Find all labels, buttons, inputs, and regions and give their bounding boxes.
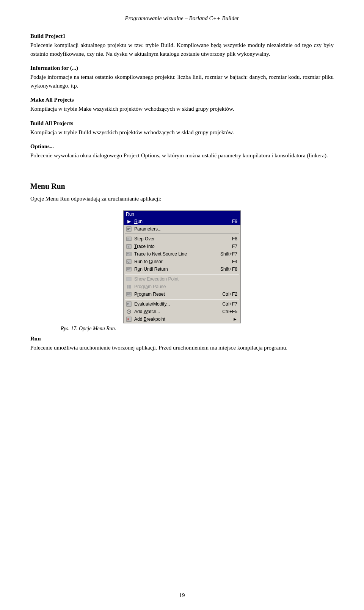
information-for-title: Information for (...) [30, 65, 334, 71]
svg-text:S: S [127, 237, 129, 241]
params-icon [125, 226, 133, 232]
run-cursor-label: Run to Cursor [134, 259, 224, 264]
make-all-projects-title: Make All Projects [30, 97, 334, 103]
menu-item-trace-into[interactable]: T Trace Into F7 [124, 243, 240, 250]
options-text: Polecenie wywołania okna dialogowego Pro… [30, 151, 334, 160]
menu-run-title: Menu Run [30, 182, 334, 191]
evaluate-shortcut: Ctrl+F7 [222, 301, 237, 307]
figure-caption: Rys. 17. Opcje Menu Run. [61, 326, 116, 332]
section-build-all-projects: Build All Projects Kompilacja w trybie B… [30, 120, 334, 137]
menu-item-run-cursor[interactable]: C Run to Cursor F4 [124, 258, 240, 265]
svg-text:RS: RS [127, 293, 131, 296]
svg-text:RT: RT [127, 268, 131, 271]
evaluate-label: Evaluate/Modify... [134, 301, 215, 307]
menu-title-bar: Run [124, 211, 240, 218]
sep-2 [125, 274, 239, 274]
build-project1-text: Polecenie kompilacji aktualnego projektu… [30, 41, 334, 58]
page: Programowanie wizualne – Borland C++ Bui… [0, 0, 364, 610]
trace-next-label: Trace to Next Source Line [134, 251, 213, 257]
build-project1-title: Build Project1 [30, 33, 334, 39]
pause-icon [125, 284, 133, 290]
menu-item-add-breakpoint[interactable]: B Add Breakpoint ► [124, 315, 240, 323]
page-number: 19 [179, 592, 185, 599]
cursor-icon: C [125, 259, 133, 265]
program-pause-label: Program Pause [134, 284, 230, 289]
menu-item-add-watch[interactable]: Add Watch... Ctrl+F5 [124, 308, 240, 315]
svg-rect-15 [129, 285, 131, 289]
exec-icon [125, 276, 133, 282]
run-icon: ▶ [125, 218, 133, 224]
section-run: Run Polecenie umożliwia uruchomienie two… [30, 336, 334, 352]
menu-item-parameters[interactable]: Parameters... [124, 225, 240, 233]
add-watch-shortcut: Ctrl+F5 [222, 309, 237, 314]
menu-item-show-exec[interactable]: Show Execution Point [124, 275, 240, 283]
menu-item-evaluate[interactable]: E Evaluate/Modify... Ctrl+F7 [124, 300, 240, 308]
run-return-shortcut: Shift+F8 [220, 267, 237, 272]
svg-rect-1 [127, 228, 130, 229]
step-over-icon: S [125, 236, 133, 242]
menu-item-run-return[interactable]: RT Run Until Return Shift+F8 [124, 265, 240, 273]
svg-text:T: T [127, 245, 129, 248]
section-make-all-projects: Make All Projects Kompilacja w trybie Ma… [30, 97, 334, 113]
svg-rect-2 [127, 229, 129, 230]
menu-item-program-reset[interactable]: RS Program Reset Ctrl+F2 [124, 290, 240, 298]
information-for-text: Podaje informacje na temat ostatnio skom… [30, 73, 334, 90]
svg-text:B: B [127, 318, 129, 321]
section-information-for: Information for (...) Podaje informacje … [30, 65, 334, 90]
run-shortcut: F9 [232, 219, 237, 224]
step-over-label: Step Over [134, 236, 224, 241]
menu-title-text: Run [126, 212, 134, 217]
page-header: Programowanie wizualne – Borland C++ Bui… [30, 15, 334, 22]
run-cursor-shortcut: F4 [232, 259, 237, 264]
section-options: Options... Polecenie wywołania okna dial… [30, 143, 334, 160]
run-text: Polecenie umożliwia uruchomienie tworzon… [30, 343, 334, 352]
svg-rect-13 [127, 277, 131, 281]
section-build-project1: Build Project1 Polecenie kompilacji aktu… [30, 33, 334, 58]
trace-into-shortcut: F7 [232, 244, 237, 249]
reset-icon: RS [125, 291, 133, 297]
run-return-label: Run Until Return [134, 267, 213, 272]
sep-3 [125, 299, 239, 300]
make-all-projects-text: Kompilacja w trybie Make wszystkich proj… [30, 105, 334, 113]
header-title: Programowanie wizualne – Borland C++ Bui… [125, 15, 239, 21]
svg-text:E: E [127, 303, 129, 306]
build-all-projects-title: Build All Projects [30, 120, 334, 127]
options-title: Options... [30, 143, 334, 150]
menu-screenshot: Run ▶ Run F9 Parameters... [123, 210, 241, 323]
trace-into-icon: T [125, 243, 133, 249]
figure-menu-run: Run ▶ Run F9 Parameters... [30, 210, 334, 332]
trace-into-label: Trace Into [134, 244, 224, 249]
submenu-arrow: ► [233, 317, 237, 322]
step-over-shortcut: F8 [232, 236, 237, 241]
add-watch-label: Add Watch... [134, 309, 215, 314]
eval-icon: E [125, 301, 133, 307]
run-subtitle: Run [30, 336, 334, 342]
sep-1 [125, 234, 239, 234]
return-icon: RT [125, 266, 133, 272]
svg-rect-0 [127, 227, 131, 231]
show-exec-label: Show Execution Point [134, 276, 230, 282]
svg-text:TN: TN [127, 253, 130, 256]
menu-item-run[interactable]: ▶ Run F9 [124, 218, 240, 225]
svg-rect-14 [127, 285, 129, 289]
program-reset-label: Program Reset [134, 292, 215, 297]
run-label: Run [134, 219, 224, 224]
section-menu-run: Menu Run Opcje Menu Run odpowiadają za u… [30, 182, 334, 352]
menu-run-intro: Opcje Menu Run odpowiadają za uruchamian… [30, 194, 334, 203]
trace-source-icon: TN [125, 251, 133, 257]
watch-icon [125, 309, 133, 315]
program-reset-shortcut: Ctrl+F2 [222, 292, 237, 297]
add-breakpoint-label: Add Breakpoint [134, 317, 224, 322]
menu-item-program-pause[interactable]: Program Pause [124, 283, 240, 290]
menu-item-step-over[interactable]: S Step Over F8 [124, 235, 240, 243]
break-icon: B [125, 316, 133, 322]
menu-item-trace-next[interactable]: TN Trace to Next Source Line Shift+F7 [124, 250, 240, 258]
svg-text:C: C [127, 260, 130, 263]
params-label: Parameters... [134, 226, 230, 232]
trace-next-shortcut: Shift+F7 [220, 251, 237, 257]
build-all-projects-text: Kompilacja w trybie Build wszystkich pro… [30, 128, 334, 137]
